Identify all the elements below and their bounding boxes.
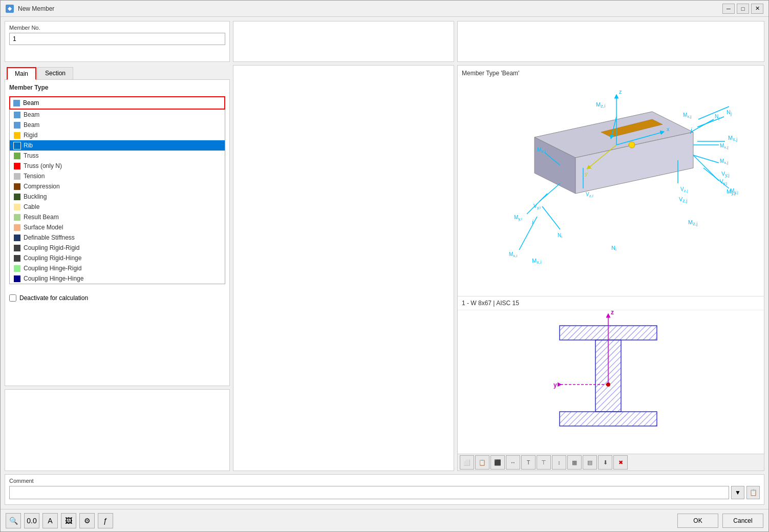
settings-tool-btn[interactable]: ⚙ xyxy=(79,513,95,528)
list-item-rib[interactable]: Rib xyxy=(10,140,225,151)
cancel-button[interactable]: Cancel xyxy=(722,514,763,528)
toolbar-btn-3[interactable]: ⬛ xyxy=(490,455,505,470)
tabs-bar: Main Section xyxy=(5,65,230,80)
list-item-coupling-rigid-rigid[interactable]: Coupling Rigid-Rigid xyxy=(10,243,225,253)
toolbar-btn-10[interactable]: ⬇ xyxy=(598,455,612,470)
comment-label: Comment xyxy=(9,478,760,484)
member-no-input[interactable] xyxy=(9,33,225,45)
list-item-coupling-rigid-hinge[interactable]: Coupling Rigid-Hinge xyxy=(10,253,225,263)
list-item-beam[interactable]: Beam xyxy=(10,110,225,120)
comment-section: Comment ▼ 📋 xyxy=(5,474,764,505)
left-section: Main Section Member Type Beam ▼ xyxy=(5,65,230,471)
section-toolbar: ⬜ 📋 ⬛ ↔ T ⊤ ↕ ▦ ▤ ⬇ ✖ xyxy=(458,454,764,471)
color-swatch-rigid xyxy=(14,132,20,139)
list-item-definable-stiffness[interactable]: Definable Stiffness xyxy=(10,232,225,243)
item-label: Compression xyxy=(24,183,60,190)
list-item-rigid[interactable]: Rigid xyxy=(10,130,225,140)
svg-text:y: y xyxy=(585,171,588,177)
svg-text:y: y xyxy=(553,381,557,389)
tab-section[interactable]: Section xyxy=(37,67,73,79)
comment-input[interactable] xyxy=(9,486,729,499)
comment-dropdown-btn[interactable]: ▼ xyxy=(731,486,744,499)
window-controls: ─ □ ✕ xyxy=(722,4,763,14)
item-label: Result Beam xyxy=(24,214,59,221)
list-item-cable[interactable]: Cable xyxy=(10,202,225,212)
item-label: Tension xyxy=(24,173,45,180)
toolbar-btn-9[interactable]: ▤ xyxy=(583,455,597,470)
section-diagram-title: 1 - W 8x67 | AISC 15 xyxy=(458,296,764,310)
item-label: Cable xyxy=(24,203,39,210)
color-swatch-rib xyxy=(14,142,20,149)
svg-text:Ni: Ni xyxy=(611,245,616,252)
comment-action-btn[interactable]: 📋 xyxy=(746,486,760,499)
list-item-compression[interactable]: Compression xyxy=(10,181,225,191)
list-item-result-beam[interactable]: Result Beam xyxy=(10,212,225,222)
minimize-button[interactable]: ─ xyxy=(722,4,735,14)
deactivate-row: Deactivate for calculation xyxy=(9,291,225,305)
svg-text:Vz,i: Vz,i xyxy=(586,191,593,198)
list-item-tension[interactable]: Tension xyxy=(10,171,225,181)
middle-panel xyxy=(233,65,454,471)
svg-line-38 xyxy=(698,107,729,119)
toolbar-btn-1[interactable]: ⬜ xyxy=(460,455,474,470)
svg-rect-55 xyxy=(560,412,657,426)
list-item-truss[interactable]: Truss xyxy=(10,151,225,161)
toolbar-btn-4[interactable]: ↔ xyxy=(506,455,520,470)
toolbar-btn-11[interactable]: ✖ xyxy=(613,455,628,470)
right-panel: Member Type 'Beam' xyxy=(457,65,764,471)
toolbar-btn-2[interactable]: 📋 xyxy=(475,455,489,470)
bottom-toolbar: 🔍 0.0 A 🖼 ⚙ ƒ OK Cancel xyxy=(1,509,768,531)
svg-text:Mx,i: Mx,i xyxy=(532,258,541,265)
svg-text:z: z xyxy=(611,310,614,316)
maximize-button[interactable]: □ xyxy=(737,4,749,14)
close-button[interactable]: ✕ xyxy=(751,4,763,14)
list-item-surface-model[interactable]: Surface Model xyxy=(10,222,225,232)
list-item-beam2[interactable]: Beam xyxy=(10,120,225,130)
bottom-right-buttons: OK Cancel xyxy=(677,514,763,528)
svg-line-26 xyxy=(691,119,714,132)
item-label: Rigid xyxy=(24,132,37,139)
color-swatch-truss xyxy=(14,153,20,159)
color-swatch-coupling-rigid-rigid xyxy=(14,245,20,251)
color-swatch-tension xyxy=(14,173,20,180)
deactivate-checkbox[interactable] xyxy=(9,294,16,302)
item-label: Coupling Rigid-Rigid xyxy=(24,244,79,251)
svg-text:Ni: Ni xyxy=(558,232,562,239)
title-bar-left: ◆ New Member xyxy=(6,5,54,13)
svg-text:Mx,j: Mx,j xyxy=(720,143,729,150)
color-swatch-coupling-rigid-hinge xyxy=(14,255,20,262)
svg-line-18 xyxy=(527,194,547,214)
item-label: Coupling Rigid-Hinge xyxy=(24,254,81,262)
ok-button[interactable]: OK xyxy=(677,514,718,528)
left-lower-panel xyxy=(5,389,230,471)
toolbar-btn-5[interactable]: T xyxy=(521,455,536,470)
comment-input-row: ▼ 📋 xyxy=(9,486,760,499)
tab-main[interactable]: Main xyxy=(7,67,36,80)
window-icon: ◆ xyxy=(6,5,14,13)
list-item-coupling-hinge-hinge[interactable]: Coupling Hinge-Hinge xyxy=(10,273,225,284)
dropdown-list: Beam Beam Rigid xyxy=(9,110,225,284)
image-tool-btn[interactable]: 🖼 xyxy=(61,513,76,528)
color-swatch-buckling xyxy=(14,194,20,200)
item-label: Definable Stiffness xyxy=(24,234,75,241)
toolbar-btn-7[interactable]: ↕ xyxy=(552,455,566,470)
svg-line-22 xyxy=(519,217,537,250)
formula-tool-btn[interactable]: ƒ xyxy=(98,513,113,528)
search-tool-btn[interactable]: 🔍 xyxy=(6,513,21,528)
list-item-buckling[interactable]: Buckling xyxy=(10,191,225,202)
toolbar-btn-8[interactable]: ▦ xyxy=(567,455,582,470)
beam-diagram-panel: Member Type 'Beam' xyxy=(458,66,764,296)
selected-color-swatch xyxy=(13,100,20,107)
list-item-truss-only-n[interactable]: Truss (only N) xyxy=(10,161,225,171)
toolbar-btn-6[interactable]: ⊤ xyxy=(537,455,551,470)
window-title: New Member xyxy=(18,5,54,12)
numeric-tool-btn[interactable]: 0.0 xyxy=(24,513,39,528)
text-tool-btn[interactable]: A xyxy=(42,513,58,528)
list-item-coupling-hinge-rigid[interactable]: Coupling Hinge-Rigid xyxy=(10,263,225,273)
member-type-select[interactable]: Beam ▼ xyxy=(9,96,225,110)
color-swatch-surface-model xyxy=(14,224,20,231)
item-label: Beam xyxy=(24,111,39,118)
section-diagram-content: z y xyxy=(458,310,764,454)
color-swatch-coupling-hinge-rigid xyxy=(14,265,20,272)
svg-text:Mx,i: Mx,i xyxy=(509,251,518,258)
